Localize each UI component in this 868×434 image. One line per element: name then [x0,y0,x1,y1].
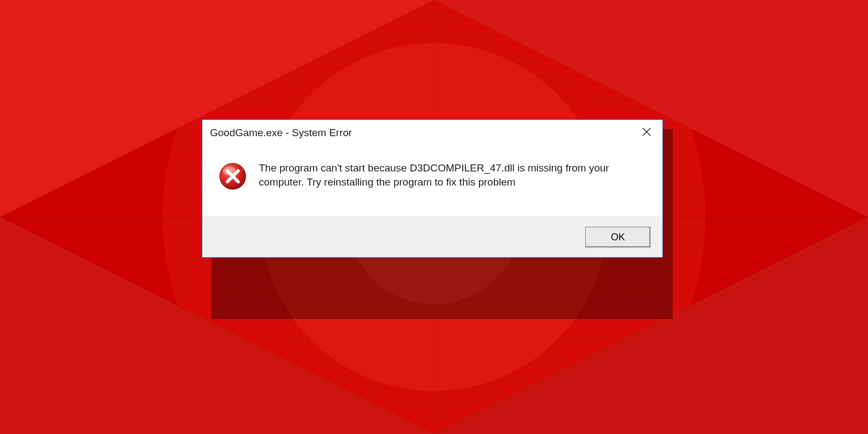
system-error-dialog: GoodGame.exe - System Error [202,119,663,258]
dialog-body: The program can't start because D3DCOMPI… [202,146,662,216]
dialog-titlebar[interactable]: GoodGame.exe - System Error [202,120,662,146]
dialog-footer: OK [202,216,662,257]
dialog-title: GoodGame.exe - System Error [210,127,634,139]
close-button[interactable] [634,123,659,143]
dialog-message: The program can't start because D3DCOMPI… [259,161,646,189]
error-icon [219,161,247,193]
ok-button[interactable]: OK [585,227,650,247]
close-icon [642,127,651,138]
